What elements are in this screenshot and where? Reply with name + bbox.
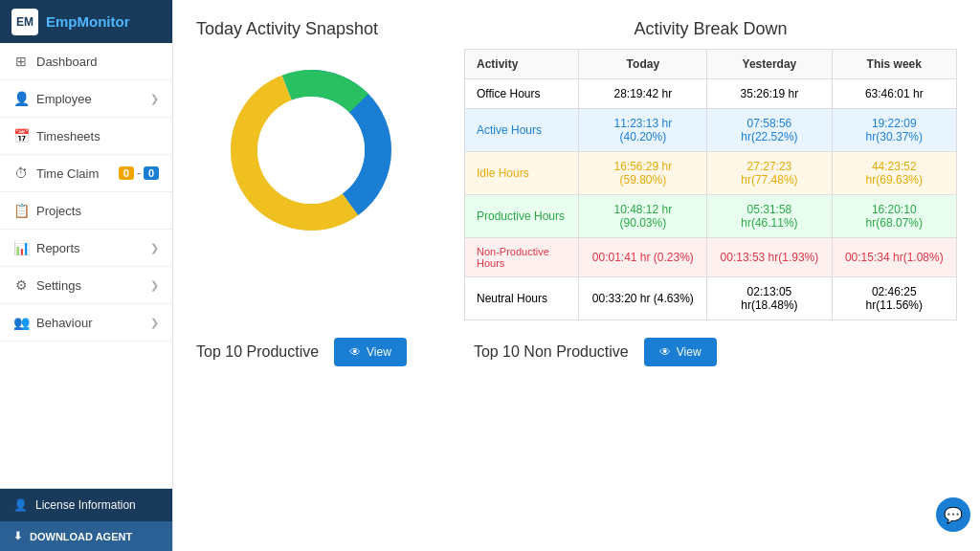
logo-emp: Emp xyxy=(46,13,78,30)
download-icon: ⬇ xyxy=(13,530,22,542)
sidebar-item-projects[interactable]: 📋 Projects xyxy=(0,192,172,230)
logo-text: EmpMonitor xyxy=(46,13,130,30)
row-label: Productive Hours xyxy=(465,195,579,238)
row-today: 16:56:29 hr(59.80%) xyxy=(579,152,707,195)
view-icon: 👁 xyxy=(349,345,361,359)
breakdown-title: Activity Break Down xyxy=(464,19,957,39)
table-row: Productive Hours 10:48:12 hr(90.03%) 05:… xyxy=(465,195,957,238)
col-header-week: This week xyxy=(832,50,956,79)
bottom-right: Top 10 Non Productive 👁 View xyxy=(474,338,717,366)
row-yesterday: 02:13:05hr(18.48%) xyxy=(707,277,832,320)
sidebar-item-reports[interactable]: 📊 Reports ❯ xyxy=(0,230,172,267)
dashboard-icon: ⊞ xyxy=(13,54,29,69)
behaviour-icon: 👥 xyxy=(13,315,29,330)
row-today: 11:23:13 hr(40.20%) xyxy=(579,109,707,152)
timeclaim-icon: ⏱ xyxy=(13,165,29,181)
chevron-right-icon: ❯ xyxy=(150,279,159,292)
license-icon: 👤 xyxy=(13,498,28,512)
view-non-productive-button[interactable]: 👁 View xyxy=(644,338,717,366)
table-row: Office Hours 28:19:42 hr 35:26:19 hr 63:… xyxy=(465,79,957,109)
col-header-today: Today xyxy=(579,50,707,79)
row-today: 28:19:42 hr xyxy=(579,79,707,109)
bottom-section: Top 10 Productive 👁 View Top 10 Non Prod… xyxy=(196,338,957,366)
row-week: 63:46:01 hr xyxy=(832,79,956,109)
sidebar-item-label: Settings xyxy=(36,278,150,293)
row-yesterday: 35:26:19 hr xyxy=(707,79,832,109)
license-button[interactable]: 👤 License Information xyxy=(0,489,172,521)
license-label: License Information xyxy=(35,498,136,512)
row-week: 00:15:34 hr(1.08%) xyxy=(832,238,956,277)
breakdown-table: Activity Today Yesterday This week Offic… xyxy=(464,49,957,320)
snapshot-title: Today Activity Snapshot xyxy=(196,19,426,39)
download-agent-button[interactable]: ⬇ DOWNLOAD AGENT xyxy=(0,521,172,551)
view-icon: 👁 xyxy=(659,345,671,359)
sidebar-item-timeclaim[interactable]: ⏱ Time Claim 0 - 0 xyxy=(0,155,172,192)
row-yesterday: 05:31:58hr(46.11%) xyxy=(707,195,832,238)
row-today: 00:01:41 hr (0.23%) xyxy=(579,238,707,277)
view-label: View xyxy=(367,345,391,359)
col-header-yesterday: Yesterday xyxy=(707,50,832,79)
bottom-left: Top 10 Productive 👁 View xyxy=(196,338,407,366)
svg-point-4 xyxy=(257,97,365,204)
timeclaim-badges: 0 - 0 xyxy=(119,166,159,180)
chat-bubble[interactable]: 💬 xyxy=(936,497,970,532)
badge-val1: 0 xyxy=(119,166,134,180)
row-yesterday: 27:27:23hr(77.48%) xyxy=(707,152,832,195)
sidebar-item-settings[interactable]: ⚙ Settings ❯ xyxy=(0,267,172,304)
timesheets-icon: 📅 xyxy=(13,128,29,143)
download-label: DOWNLOAD AGENT xyxy=(30,531,132,542)
employee-icon: 👤 xyxy=(13,91,29,106)
chevron-right-icon: ❯ xyxy=(150,93,159,105)
row-label: Active Hours xyxy=(465,109,579,152)
sidebar-item-employee[interactable]: 👤 Employee ❯ xyxy=(0,80,172,118)
table-row: Active Hours 11:23:13 hr(40.20%) 07:58:5… xyxy=(465,109,957,152)
chevron-right-icon: ❯ xyxy=(150,317,159,329)
row-label: Idle Hours xyxy=(465,152,579,195)
logo-area: EM EmpMonitor xyxy=(0,0,172,43)
row-label: Office Hours xyxy=(465,79,579,109)
breakdown-section: Activity Break Down Activity Today Yeste… xyxy=(464,19,957,320)
row-today: 10:48:12 hr(90.03%) xyxy=(579,195,707,238)
row-yesterday: 07:58:56hr(22.52%) xyxy=(707,109,832,152)
row-label: Neutral Hours xyxy=(465,277,579,320)
logo-icon: EM xyxy=(11,9,38,35)
projects-icon: 📋 xyxy=(13,203,29,218)
snapshot-left: Today Activity Snapshot xyxy=(196,19,426,246)
sidebar: EM EmpMonitor ⊞ Dashboard 👤 Employee ❯ 📅… xyxy=(0,0,173,551)
row-week: 19:22:09hr(30.37%) xyxy=(832,109,956,152)
sidebar-bottom: 👤 License Information ⬇ DOWNLOAD AGENT xyxy=(0,488,172,551)
row-week: 44:23:52hr(69.63%) xyxy=(832,152,956,195)
settings-icon: ⚙ xyxy=(13,277,29,293)
sidebar-item-label: Employee xyxy=(36,92,150,106)
main-content: Today Activity Snapshot xyxy=(173,0,980,551)
sidebar-item-dashboard[interactable]: ⊞ Dashboard xyxy=(0,43,172,80)
table-row: Neutral Hours 00:33:20 hr (4.63%) 02:13:… xyxy=(465,277,957,320)
row-yesterday: 00:13:53 hr(1.93%) xyxy=(707,238,832,277)
sidebar-item-label: Reports xyxy=(36,241,150,255)
badge-val2: 0 xyxy=(144,166,159,180)
row-today: 00:33:20 hr (4.63%) xyxy=(579,277,707,320)
sidebar-item-label: Time Claim xyxy=(36,166,119,181)
sidebar-item-behaviour[interactable]: 👥 Behaviour ❯ xyxy=(0,304,172,342)
logo-monitor: Monitor xyxy=(78,13,130,30)
chevron-right-icon: ❯ xyxy=(150,242,159,254)
view-productive-button[interactable]: 👁 View xyxy=(334,338,407,366)
row-week: 02:46:25hr(11.56%) xyxy=(832,277,956,320)
non-productive-title: Top 10 Non Productive xyxy=(474,343,629,361)
table-row: Idle Hours 16:56:29 hr(59.80%) 27:27:23h… xyxy=(465,152,957,195)
sidebar-item-label: Projects xyxy=(36,204,159,218)
sidebar-item-label: Behaviour xyxy=(36,316,150,330)
snapshot-section: Today Activity Snapshot xyxy=(196,19,957,320)
donut-chart xyxy=(215,55,407,246)
sidebar-item-timesheets[interactable]: 📅 Timesheets xyxy=(0,118,172,155)
sidebar-item-label: Dashboard xyxy=(36,55,159,69)
row-week: 16:20:10hr(68.07%) xyxy=(832,195,956,238)
row-label: Non-ProductiveHours xyxy=(465,238,579,277)
col-header-activity: Activity xyxy=(465,50,579,79)
sidebar-item-label: Timesheets xyxy=(36,129,159,143)
productive-title: Top 10 Productive xyxy=(196,343,319,361)
view-label: View xyxy=(677,345,702,359)
reports-icon: 📊 xyxy=(13,240,29,255)
table-row: Non-ProductiveHours 00:01:41 hr (0.23%) … xyxy=(465,238,957,277)
